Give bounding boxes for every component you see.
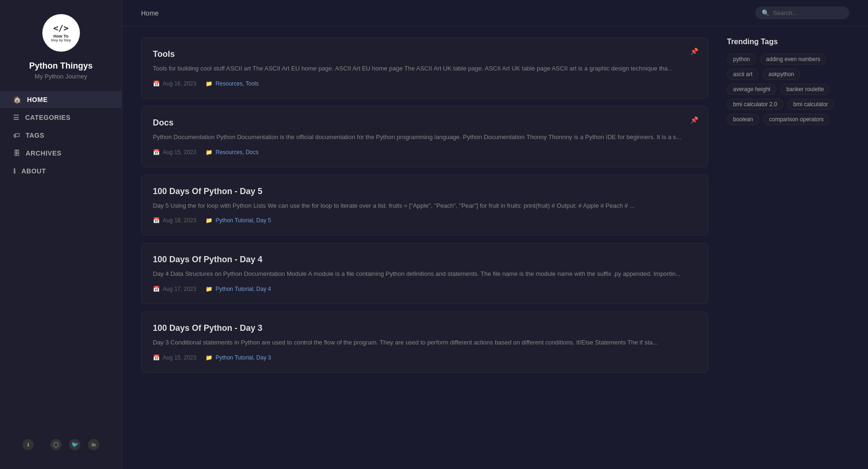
nav-label-categories: CATEGORIES <box>25 114 71 121</box>
post-categories: 📁 Python Tutorial, Day 3 <box>205 354 271 361</box>
post-card-day5[interactable]: 100 Days Of Python - Day 5 Day 5 Using t… <box>141 175 708 236</box>
tag-average-height[interactable]: average height <box>727 84 776 95</box>
post-excerpt: Day 5 Using the for loop with Python Lis… <box>153 201 696 211</box>
post-excerpt: Python Documentation Python Documentatio… <box>153 133 696 142</box>
post-excerpt: Day 4 Data Structures on Python Document… <box>153 269 696 279</box>
date-text: Aug 15, 2023 <box>163 149 196 156</box>
categories-text: Resources, Tools <box>215 80 259 87</box>
nav-item-about[interactable]: ℹ ABOUT <box>0 163 122 180</box>
date-text: Aug 16, 2023 <box>163 80 196 87</box>
post-meta: 📅 Aug 18, 2023 📁 Python Tutorial, Day 5 <box>153 217 696 224</box>
post-categories: 📁 Python Tutorial, Day 4 <box>205 286 271 292</box>
trending-title: Trending Tags <box>727 38 849 46</box>
folder-icon: 📁 <box>205 217 213 224</box>
tag-adding-even-numbers[interactable]: adding even numbers <box>760 54 826 65</box>
post-card-day3[interactable]: 100 Days Of Python - Day 3 Day 3 Conditi… <box>141 312 708 373</box>
folder-icon: 📁 <box>205 149 213 156</box>
pin-icon: 📌 <box>690 116 698 124</box>
date-text: Aug 15, 2023 <box>163 354 196 361</box>
calendar-icon: 📅 <box>153 80 160 87</box>
post-title: Tools <box>153 49 696 59</box>
nav-item-home[interactable]: 🏠 HOME <box>0 91 122 108</box>
post-categories: 📁 Python Tutorial, Day 5 <box>205 217 271 224</box>
nav-label-about: ABOUT <box>22 167 46 175</box>
twitter-icon[interactable]: 🐦 <box>69 439 80 450</box>
search-input[interactable] <box>773 9 843 16</box>
categories-icon: ☰ <box>13 114 20 121</box>
github-icon[interactable]: ⬡ <box>50 439 62 450</box>
pin-icon: 📌 <box>690 47 698 55</box>
top-nav-links: Home <box>141 9 158 17</box>
post-card-docs[interactable]: Docs Python Documentation Python Documen… <box>141 106 708 167</box>
social-links: ℹ · ⬡ 🐦 in <box>0 430 122 460</box>
post-card-day4[interactable]: 100 Days Of Python - Day 4 Day 4 Data St… <box>141 243 708 304</box>
info-social-icon[interactable]: ℹ <box>23 439 34 450</box>
tag-ascii-art[interactable]: ascii art <box>727 69 758 80</box>
calendar-icon: 📅 <box>153 354 160 361</box>
categories-text: Python Tutorial, Day 3 <box>215 354 271 361</box>
post-card-tools[interactable]: Tools Tools for building cool stuff ASCI… <box>141 38 708 99</box>
tag-banker-roulette[interactable]: banker roulette <box>780 84 830 95</box>
nav-item-archives[interactable]: 🗄 ARCHIVES <box>0 145 122 162</box>
sidebar: </> How To Step by Step Python Thingys M… <box>0 0 122 469</box>
content-area: Tools Tools for building cool stuff ASCI… <box>122 26 868 469</box>
categories-text: Python Tutorial, Day 5 <box>215 217 271 224</box>
folder-icon: 📁 <box>205 286 213 292</box>
linkedin-icon[interactable]: in <box>88 439 99 450</box>
nav-item-tags[interactable]: 🏷 TAGS <box>0 127 122 144</box>
home-icon: 🏠 <box>13 96 22 103</box>
date-text: Aug 18, 2023 <box>163 217 196 224</box>
post-title: Docs <box>153 118 696 128</box>
social-separator: · <box>41 439 43 450</box>
logo-area: </> How To Step by Step <box>0 9 122 61</box>
calendar-icon: 📅 <box>153 217 160 224</box>
post-date: 📅 Aug 15, 2023 <box>153 149 196 156</box>
tag-comparison-operators[interactable]: comparison operators <box>763 114 830 125</box>
search-bar[interactable]: 🔍 <box>755 7 849 19</box>
nav-label-archives: ARCHIVES <box>26 149 62 157</box>
categories-text: Resources, Docs <box>215 149 258 156</box>
post-title: 100 Days Of Python - Day 5 <box>153 187 696 196</box>
categories-text: Python Tutorial, Day 4 <box>215 286 271 292</box>
tags-icon: 🏷 <box>13 132 20 139</box>
posts-list: Tools Tools for building cool stuff ASCI… <box>141 38 708 458</box>
tag-bmi-calculator-20[interactable]: bmi calculator 2.0 <box>727 99 783 110</box>
top-nav-home[interactable]: Home <box>141 9 158 17</box>
nav-label-home: HOME <box>27 96 48 103</box>
calendar-icon: 📅 <box>153 149 160 156</box>
top-nav: Home 🔍 <box>122 0 868 26</box>
post-categories: 📁 Resources, Tools <box>205 80 259 87</box>
post-categories: 📁 Resources, Docs <box>205 149 258 156</box>
tag-boolean[interactable]: boolean <box>727 114 759 125</box>
main-content: Home 🔍 Tools Tools for building cool stu… <box>122 0 868 469</box>
logo-subtitle: Step by Step <box>51 39 71 42</box>
logo-image: </> How To Step by Step <box>42 14 80 52</box>
folder-icon: 📁 <box>205 80 213 87</box>
folder-icon: 📁 <box>205 354 213 361</box>
logo-howto: How To <box>54 34 69 39</box>
post-meta: 📅 Aug 17, 2023 📁 Python Tutorial, Day 4 <box>153 286 696 292</box>
site-title: Python Thingys <box>0 61 122 73</box>
site-description: My Python Journey <box>0 73 122 91</box>
tag-bmi-calculator[interactable]: bmi calculator <box>787 99 834 110</box>
tag-askpython[interactable]: askpython <box>762 69 800 80</box>
nav-label-tags: TAGS <box>26 132 45 139</box>
post-excerpt: Tools for building cool stuff ASCII art … <box>153 64 696 74</box>
about-icon: ℹ <box>13 167 16 175</box>
nav-item-categories[interactable]: ☰ CATEGORIES <box>0 109 122 126</box>
post-meta: 📅 Aug 15, 2023 📁 Python Tutorial, Day 3 <box>153 354 696 361</box>
post-date: 📅 Aug 15, 2023 <box>153 354 196 361</box>
tags-cloud: python adding even numbers ascii art ask… <box>727 54 849 125</box>
post-date: 📅 Aug 17, 2023 <box>153 286 196 292</box>
sidebar-nav: 🏠 HOME ☰ CATEGORIES 🏷 TAGS 🗄 ARCHIVES ℹ … <box>0 91 122 180</box>
post-excerpt: Day 3 Conditional statements in Python a… <box>153 338 696 348</box>
search-icon: 🔍 <box>762 9 769 16</box>
tags-sidebar: Trending Tags python adding even numbers… <box>727 38 849 458</box>
post-date: 📅 Aug 18, 2023 <box>153 217 196 224</box>
archives-icon: 🗄 <box>13 149 20 157</box>
post-title: 100 Days Of Python - Day 4 <box>153 255 696 265</box>
post-title: 100 Days Of Python - Day 3 <box>153 323 696 333</box>
tag-python[interactable]: python <box>727 54 756 65</box>
post-meta: 📅 Aug 16, 2023 📁 Resources, Tools <box>153 80 696 87</box>
calendar-icon: 📅 <box>153 286 160 292</box>
